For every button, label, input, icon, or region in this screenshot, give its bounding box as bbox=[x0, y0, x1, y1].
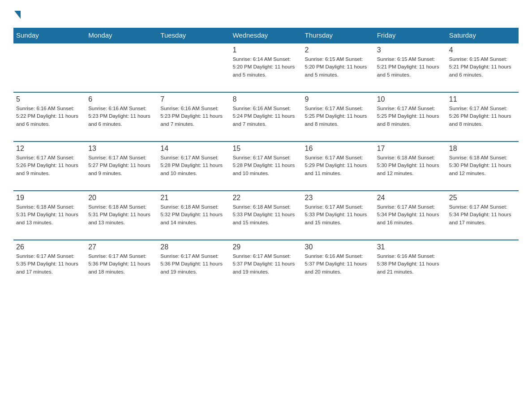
day-info: Sunrise: 6:14 AM Sunset: 5:20 PM Dayligh… bbox=[232, 56, 299, 79]
day-info: Sunrise: 6:16 AM Sunset: 5:23 PM Dayligh… bbox=[88, 105, 155, 128]
calendar-cell: 19Sunrise: 6:18 AM Sunset: 5:31 PM Dayli… bbox=[13, 191, 86, 240]
day-number: 19 bbox=[16, 194, 83, 202]
day-info: Sunrise: 6:17 AM Sunset: 5:33 PM Dayligh… bbox=[305, 203, 372, 227]
calendar-cell: 8Sunrise: 6:16 AM Sunset: 5:24 PM Daylig… bbox=[230, 92, 302, 141]
calendar-cell: 14Sunrise: 6:17 AM Sunset: 5:28 PM Dayli… bbox=[158, 141, 230, 191]
page-header bbox=[13, 9, 519, 19]
calendar-cell: 16Sunrise: 6:17 AM Sunset: 5:29 PM Dayli… bbox=[302, 141, 374, 191]
calendar-cell: 25Sunrise: 6:17 AM Sunset: 5:34 PM Dayli… bbox=[446, 191, 519, 240]
day-number: 9 bbox=[305, 95, 372, 103]
calendar-week-row: 12Sunrise: 6:17 AM Sunset: 5:26 PM Dayli… bbox=[13, 141, 519, 191]
day-number: 11 bbox=[449, 95, 516, 103]
day-number: 4 bbox=[449, 46, 516, 54]
day-info: Sunrise: 6:17 AM Sunset: 5:37 PM Dayligh… bbox=[232, 253, 299, 276]
day-info: Sunrise: 6:17 AM Sunset: 5:27 PM Dayligh… bbox=[88, 154, 155, 177]
day-info: Sunrise: 6:17 AM Sunset: 5:25 PM Dayligh… bbox=[305, 105, 372, 128]
logo-arrow-icon bbox=[14, 11, 21, 19]
day-info: Sunrise: 6:18 AM Sunset: 5:30 PM Dayligh… bbox=[449, 154, 516, 177]
calendar-cell bbox=[13, 43, 86, 92]
calendar-cell: 21Sunrise: 6:18 AM Sunset: 5:32 PM Dayli… bbox=[158, 191, 230, 240]
day-info: Sunrise: 6:17 AM Sunset: 5:35 PM Dayligh… bbox=[16, 253, 83, 276]
day-number: 2 bbox=[305, 46, 372, 54]
day-number: 14 bbox=[160, 145, 227, 153]
day-info: Sunrise: 6:17 AM Sunset: 5:29 PM Dayligh… bbox=[305, 154, 372, 177]
calendar-cell: 11Sunrise: 6:17 AM Sunset: 5:26 PM Dayli… bbox=[446, 92, 519, 141]
calendar-cell: 30Sunrise: 6:16 AM Sunset: 5:37 PM Dayli… bbox=[302, 240, 374, 289]
day-number: 12 bbox=[16, 145, 83, 153]
weekday-header-friday: Friday bbox=[374, 28, 446, 43]
day-number: 16 bbox=[305, 145, 372, 153]
day-number: 25 bbox=[449, 194, 516, 202]
day-number: 29 bbox=[232, 243, 299, 251]
calendar-cell: 7Sunrise: 6:16 AM Sunset: 5:23 PM Daylig… bbox=[158, 92, 230, 141]
calendar-cell: 23Sunrise: 6:17 AM Sunset: 5:33 PM Dayli… bbox=[302, 191, 374, 240]
day-info: Sunrise: 6:18 AM Sunset: 5:31 PM Dayligh… bbox=[88, 203, 155, 227]
day-info: Sunrise: 6:17 AM Sunset: 5:34 PM Dayligh… bbox=[377, 203, 444, 227]
weekday-header-thursday: Thursday bbox=[302, 28, 374, 43]
calendar-cell: 3Sunrise: 6:15 AM Sunset: 5:21 PM Daylig… bbox=[374, 43, 446, 92]
day-info: Sunrise: 6:17 AM Sunset: 5:36 PM Dayligh… bbox=[88, 253, 155, 276]
day-number: 17 bbox=[377, 145, 444, 153]
day-number: 28 bbox=[160, 243, 227, 251]
day-number: 8 bbox=[232, 95, 299, 103]
calendar-cell: 27Sunrise: 6:17 AM Sunset: 5:36 PM Dayli… bbox=[86, 240, 158, 289]
calendar-cell: 20Sunrise: 6:18 AM Sunset: 5:31 PM Dayli… bbox=[86, 191, 158, 240]
day-number: 18 bbox=[449, 145, 516, 153]
day-info: Sunrise: 6:18 AM Sunset: 5:30 PM Dayligh… bbox=[377, 154, 444, 177]
calendar-cell bbox=[446, 240, 519, 289]
day-info: Sunrise: 6:16 AM Sunset: 5:22 PM Dayligh… bbox=[16, 105, 83, 128]
calendar-week-row: 26Sunrise: 6:17 AM Sunset: 5:35 PM Dayli… bbox=[13, 240, 519, 289]
calendar-cell: 10Sunrise: 6:17 AM Sunset: 5:25 PM Dayli… bbox=[374, 92, 446, 141]
calendar-cell: 18Sunrise: 6:18 AM Sunset: 5:30 PM Dayli… bbox=[446, 141, 519, 191]
day-number: 22 bbox=[232, 194, 299, 202]
day-info: Sunrise: 6:17 AM Sunset: 5:34 PM Dayligh… bbox=[449, 203, 516, 227]
calendar-cell: 2Sunrise: 6:15 AM Sunset: 5:20 PM Daylig… bbox=[302, 43, 374, 92]
calendar-cell: 31Sunrise: 6:16 AM Sunset: 5:38 PM Dayli… bbox=[374, 240, 446, 289]
calendar-cell: 24Sunrise: 6:17 AM Sunset: 5:34 PM Dayli… bbox=[374, 191, 446, 240]
day-info: Sunrise: 6:16 AM Sunset: 5:38 PM Dayligh… bbox=[377, 253, 444, 276]
day-number: 27 bbox=[88, 243, 155, 251]
day-info: Sunrise: 6:17 AM Sunset: 5:28 PM Dayligh… bbox=[160, 154, 227, 177]
day-info: Sunrise: 6:15 AM Sunset: 5:21 PM Dayligh… bbox=[377, 56, 444, 79]
logo bbox=[13, 9, 21, 19]
day-info: Sunrise: 6:17 AM Sunset: 5:26 PM Dayligh… bbox=[449, 105, 516, 128]
day-info: Sunrise: 6:17 AM Sunset: 5:25 PM Dayligh… bbox=[377, 105, 444, 128]
calendar-cell: 1Sunrise: 6:14 AM Sunset: 5:20 PM Daylig… bbox=[230, 43, 302, 92]
weekday-header-tuesday: Tuesday bbox=[158, 28, 230, 43]
day-info: Sunrise: 6:18 AM Sunset: 5:33 PM Dayligh… bbox=[232, 203, 299, 227]
calendar-cell: 9Sunrise: 6:17 AM Sunset: 5:25 PM Daylig… bbox=[302, 92, 374, 141]
day-info: Sunrise: 6:17 AM Sunset: 5:36 PM Dayligh… bbox=[160, 253, 227, 276]
day-info: Sunrise: 6:16 AM Sunset: 5:24 PM Dayligh… bbox=[232, 105, 299, 128]
calendar-cell: 15Sunrise: 6:17 AM Sunset: 5:28 PM Dayli… bbox=[230, 141, 302, 191]
calendar-cell: 26Sunrise: 6:17 AM Sunset: 5:35 PM Dayli… bbox=[13, 240, 86, 289]
weekday-header-row: SundayMondayTuesdayWednesdayThursdayFrid… bbox=[13, 28, 519, 43]
calendar-table: SundayMondayTuesdayWednesdayThursdayFrid… bbox=[13, 28, 519, 289]
day-number: 31 bbox=[377, 243, 444, 251]
day-info: Sunrise: 6:16 AM Sunset: 5:23 PM Dayligh… bbox=[160, 105, 227, 128]
calendar-cell: 17Sunrise: 6:18 AM Sunset: 5:30 PM Dayli… bbox=[374, 141, 446, 191]
day-info: Sunrise: 6:18 AM Sunset: 5:32 PM Dayligh… bbox=[160, 203, 227, 227]
day-info: Sunrise: 6:17 AM Sunset: 5:26 PM Dayligh… bbox=[16, 154, 83, 177]
calendar-cell: 13Sunrise: 6:17 AM Sunset: 5:27 PM Dayli… bbox=[86, 141, 158, 191]
day-number: 10 bbox=[377, 95, 444, 103]
calendar-week-row: 5Sunrise: 6:16 AM Sunset: 5:22 PM Daylig… bbox=[13, 92, 519, 141]
calendar-cell: 28Sunrise: 6:17 AM Sunset: 5:36 PM Dayli… bbox=[158, 240, 230, 289]
weekday-header-monday: Monday bbox=[86, 28, 158, 43]
day-number: 5 bbox=[16, 95, 83, 103]
calendar-cell: 5Sunrise: 6:16 AM Sunset: 5:22 PM Daylig… bbox=[13, 92, 86, 141]
day-number: 7 bbox=[160, 95, 227, 103]
weekday-header-sunday: Sunday bbox=[13, 28, 86, 43]
day-number: 15 bbox=[232, 145, 299, 153]
day-number: 20 bbox=[88, 194, 155, 202]
day-number: 3 bbox=[377, 46, 444, 54]
calendar-week-row: 19Sunrise: 6:18 AM Sunset: 5:31 PM Dayli… bbox=[13, 191, 519, 240]
calendar-cell: 29Sunrise: 6:17 AM Sunset: 5:37 PM Dayli… bbox=[230, 240, 302, 289]
day-number: 6 bbox=[88, 95, 155, 103]
day-info: Sunrise: 6:15 AM Sunset: 5:21 PM Dayligh… bbox=[449, 56, 516, 79]
day-number: 24 bbox=[377, 194, 444, 202]
calendar-cell: 12Sunrise: 6:17 AM Sunset: 5:26 PM Dayli… bbox=[13, 141, 86, 191]
day-number: 23 bbox=[305, 194, 372, 202]
day-info: Sunrise: 6:18 AM Sunset: 5:31 PM Dayligh… bbox=[16, 203, 83, 227]
calendar-cell bbox=[86, 43, 158, 92]
weekday-header-wednesday: Wednesday bbox=[230, 28, 302, 43]
